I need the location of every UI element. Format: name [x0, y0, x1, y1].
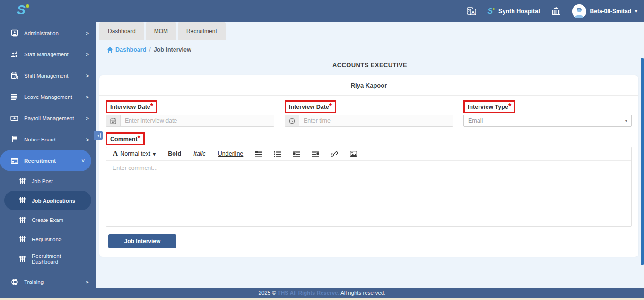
banknote-icon: [10, 115, 18, 122]
sliders-icon: [19, 216, 26, 223]
top-navbar: S A S Synth Hospital Beta-08-Smitad ▾: [0, 0, 644, 22]
annotation-box-interview-type: Interview Type*: [463, 100, 515, 113]
sliders-icon: [19, 236, 26, 243]
annotation-box-interview-time: Interview Date*: [285, 100, 336, 113]
indent-button[interactable]: [312, 151, 319, 157]
annotation-box-interview-date: Interview Date*: [106, 100, 157, 113]
chevron-right-icon: >: [86, 73, 89, 79]
link-button[interactable]: [331, 151, 338, 157]
interview-type-value: Email: [468, 117, 483, 124]
insert-image-button[interactable]: [350, 151, 357, 157]
editor-toolbar: A Normal text ▾ Bold Italic Underline: [106, 147, 631, 161]
footer-rights: All rights reserved.: [340, 290, 385, 296]
link-icon: [331, 151, 338, 157]
globe-icon: [10, 278, 18, 286]
ordered-list-button[interactable]: [274, 151, 281, 157]
sidebar-item-leave-management[interactable]: Leave Management >: [0, 86, 96, 107]
sidebar-item-notice-board[interactable]: Notice Board >: [0, 129, 96, 150]
interview-date-input[interactable]: [121, 115, 274, 126]
breadcrumb-current: Job Interview: [154, 46, 191, 53]
interview-date-field: [106, 115, 274, 127]
page-title: ACCOUNTS EXECUTIVE: [96, 58, 644, 75]
chevron-right-icon: >: [86, 115, 89, 121]
logo-dot-icon: [26, 4, 29, 8]
user-name: Beta-08-Smitad: [590, 8, 631, 15]
select-caret-icon: ▾: [625, 119, 627, 123]
image-icon: [350, 151, 357, 157]
bottom-edge-strip: [0, 298, 644, 300]
footer: 2025 © THS All Rights Reserve. All right…: [0, 288, 644, 298]
footer-ths-link[interactable]: THS All Rights Reserve: [278, 290, 338, 296]
chevron-right-icon: >: [86, 94, 89, 100]
tab-bar: Dashboard MOM Recruitment: [96, 22, 644, 40]
sliders-icon: [19, 255, 26, 262]
chevron-right-icon: >: [86, 279, 89, 285]
interview-type-select[interactable]: Email ▾: [463, 115, 632, 127]
ordered-list-icon: [274, 151, 281, 157]
tab-mom[interactable]: MOM: [146, 22, 176, 40]
sidebar-item-administration[interactable]: Administration >: [0, 22, 96, 44]
breadcrumb-dashboard-link[interactable]: Dashboard: [107, 46, 146, 53]
hospital-logo-icon: S: [487, 7, 495, 16]
outdent-button[interactable]: [293, 151, 300, 157]
hospital-name: Synth Hospital: [498, 8, 540, 15]
chevron-right-icon: >: [86, 137, 89, 142]
user-avatar: [572, 4, 586, 18]
interview-time-field: [285, 115, 453, 127]
chevron-right-icon: >: [86, 52, 89, 57]
job-interview-submit-button[interactable]: Job Interview: [108, 234, 176, 248]
underline-button[interactable]: Underline: [218, 150, 244, 157]
collapse-arrow-icon: ◂: [96, 133, 101, 138]
sidebar-subitem-recruitment-dashboard[interactable]: Recruitment Dashboard: [0, 249, 96, 268]
chevron-right-icon: >: [59, 237, 61, 242]
id-badge-icon: [10, 29, 18, 37]
sidebar-nav: Administration > Staff Management > Shif…: [0, 22, 96, 288]
sidebar-item-payroll-management[interactable]: Payroll Management >: [0, 107, 96, 129]
newspaper-icon: [10, 158, 18, 164]
job-interview-card: Riya Kapoor Interview Date* Interview D: [99, 75, 638, 257]
sidebar-item-shift-management[interactable]: Shift Management >: [0, 65, 96, 86]
svg-text:A: A: [472, 9, 475, 14]
sidebar-subitem-job-applications[interactable]: Job Applications: [4, 191, 91, 210]
breadcrumb-separator: /: [149, 46, 150, 53]
app-window: S A S Synth Hospital Beta-08-Smitad ▾: [0, 0, 644, 300]
sidebar-item-recruitment[interactable]: Recruitment >: [0, 150, 91, 171]
italic-button[interactable]: Italic: [193, 150, 206, 157]
app-logo[interactable]: S: [17, 3, 29, 18]
chevron-down-icon: >: [80, 159, 86, 162]
tab-dashboard[interactable]: Dashboard: [99, 22, 144, 40]
bold-button[interactable]: Bold: [168, 150, 181, 157]
sidebar-subitem-requisition[interactable]: Requisition >: [0, 229, 96, 249]
sidebar-item-staff-management[interactable]: Staff Management >: [0, 44, 96, 65]
user-menu[interactable]: Beta-08-Smitad ▾: [572, 4, 637, 18]
main-content: Dashboard MOM Recruitment Dashboard / Jo…: [96, 22, 644, 288]
flag-icon: [10, 136, 18, 143]
vertical-scrollbar[interactable]: [641, 58, 644, 265]
sidebar-subitem-job-post[interactable]: Job Post: [0, 171, 96, 191]
hospital-switcher[interactable]: S Synth Hospital: [487, 7, 540, 16]
language-translate-icon[interactable]: A: [466, 6, 477, 17]
comment-editor: A Normal text ▾ Bold Italic Underline: [106, 147, 632, 227]
chevron-down-icon: ▾: [635, 9, 637, 14]
unordered-list-button[interactable]: [255, 151, 262, 157]
annotation-box-comment: Comment*: [106, 132, 145, 145]
home-icon: [107, 47, 113, 53]
calendar-clock-icon: [10, 72, 18, 79]
breadcrumb: Dashboard / Job Interview: [96, 40, 644, 58]
unordered-list-icon: [255, 151, 262, 157]
chevron-right-icon: >: [86, 30, 89, 36]
institution-bank-icon[interactable]: [550, 6, 562, 17]
chevron-down-icon: ▾: [153, 150, 156, 158]
sliders-icon: [19, 177, 26, 185]
text-style-dropdown[interactable]: A Normal text ▾: [113, 150, 156, 158]
sidebar-subitem-create-exam[interactable]: Create Exam: [0, 210, 96, 229]
indent-icon: [312, 151, 319, 157]
interview-time-input[interactable]: [299, 115, 453, 126]
sidebar-collapse-button[interactable]: ◂: [94, 131, 103, 140]
clock-icon: [285, 115, 299, 126]
outdent-icon: [293, 151, 300, 157]
sliders-icon: [19, 197, 26, 204]
comment-input-area[interactable]: Enter comment...: [106, 161, 631, 226]
sidebar-item-training[interactable]: Training >: [0, 271, 96, 288]
tab-recruitment[interactable]: Recruitment: [178, 22, 226, 40]
